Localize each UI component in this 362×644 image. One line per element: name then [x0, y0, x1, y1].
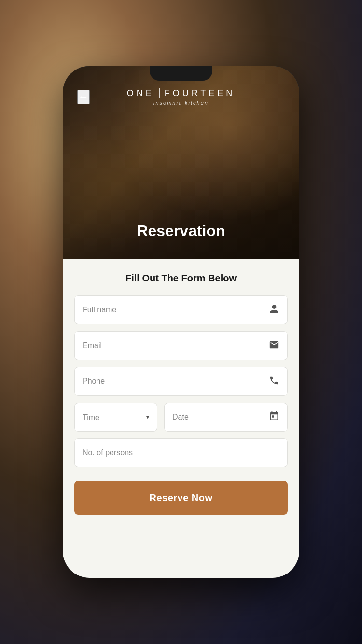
- email-input[interactable]: [83, 341, 269, 350]
- form-title: Fill Out The Form Below: [74, 273, 288, 284]
- phone-input[interactable]: [83, 377, 269, 386]
- person-icon: [269, 304, 279, 317]
- logo-subtitle: insomnia kitchen: [153, 100, 209, 106]
- email-icon: [269, 339, 279, 352]
- logo-area: ONE FOURTEEN insomnia kitchen: [127, 88, 236, 106]
- date-input[interactable]: [172, 413, 269, 421]
- phone-frame: ← ONE FOURTEEN insomnia kitchen Reservat…: [63, 66, 299, 578]
- form-fields: Time 12:00 PM 1:00 PM 2:00 PM 6:00 PM 7:…: [74, 295, 288, 566]
- full-name-input[interactable]: [83, 306, 269, 314]
- phone-icon: [269, 375, 279, 388]
- calendar-icon: [269, 411, 279, 424]
- phone-inner: ← ONE FOURTEEN insomnia kitchen Reservat…: [63, 66, 299, 578]
- logo-left: ONE: [127, 88, 154, 98]
- time-select[interactable]: Time 12:00 PM 1:00 PM 2:00 PM 6:00 PM 7:…: [83, 413, 146, 421]
- dropdown-arrow-icon: ▾: [146, 414, 149, 420]
- logo-divider: [159, 88, 160, 98]
- time-date-row: Time 12:00 PM 1:00 PM 2:00 PM 6:00 PM 7:…: [74, 403, 288, 432]
- full-name-field: [74, 295, 288, 324]
- reserve-now-button[interactable]: Reserve Now: [74, 481, 288, 515]
- hero-title: Reservation: [77, 222, 285, 240]
- persons-field: [74, 438, 288, 467]
- back-button[interactable]: ←: [77, 90, 90, 104]
- logo-right: FOURTEEN: [165, 88, 236, 98]
- time-field: Time 12:00 PM 1:00 PM 2:00 PM 6:00 PM 7:…: [74, 403, 157, 432]
- email-field: [74, 331, 288, 360]
- phone-field: [74, 367, 288, 396]
- top-bar: ← ONE FOURTEEN insomnia kitchen: [63, 88, 299, 106]
- hero-section: ← ONE FOURTEEN insomnia kitchen Reservat…: [63, 66, 299, 259]
- persons-input[interactable]: [83, 448, 279, 457]
- logo-text: ONE FOURTEEN: [127, 88, 236, 98]
- date-field: [164, 403, 288, 432]
- form-section: Fill Out The Form Below: [63, 259, 299, 578]
- phone-notch: [150, 66, 212, 81]
